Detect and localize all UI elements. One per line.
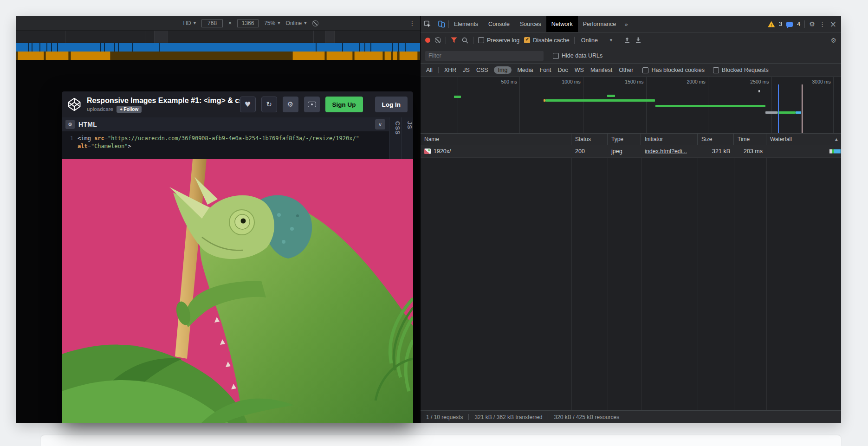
column-header-time[interactable]: Time bbox=[734, 134, 766, 145]
zoom-select[interactable]: 75% ▼ bbox=[264, 20, 280, 26]
rerun-button[interactable]: ↻ bbox=[261, 97, 277, 112]
column-header-waterfall[interactable]: Waterfall ▲ bbox=[766, 134, 841, 145]
column-divider[interactable] bbox=[766, 145, 767, 410]
toggle-device-toolbar-button[interactable] bbox=[434, 16, 448, 32]
collapse-editor-button[interactable]: ∨ bbox=[375, 119, 385, 129]
has-blocked-cookies-option[interactable]: Has blocked cookies bbox=[642, 67, 705, 73]
message-icon[interactable] bbox=[786, 22, 793, 27]
overview-request-bar bbox=[758, 90, 760, 92]
initiator-link[interactable]: index.html?edi... bbox=[645, 148, 687, 155]
tab-network[interactable]: Network bbox=[546, 16, 578, 32]
overview-graph[interactable]: 500 ms1000 ms1500 ms2000 ms2500 ms3000 m… bbox=[421, 77, 841, 134]
device-select[interactable]: HD ▼ bbox=[183, 20, 196, 26]
column-header-type[interactable]: Type bbox=[608, 134, 641, 145]
column-divider[interactable] bbox=[641, 145, 641, 410]
codepen-embed: Responsive Images Example #1: <img> & cs… bbox=[62, 91, 413, 423]
filter-chip-font[interactable]: Font bbox=[539, 66, 552, 74]
column-divider[interactable] bbox=[571, 145, 572, 410]
network-settings-gear-icon[interactable]: ⚙ bbox=[830, 37, 836, 44]
device-height-input[interactable] bbox=[237, 19, 259, 27]
device-toolbar-icon bbox=[438, 20, 445, 28]
rotate-disabled-icon[interactable] bbox=[312, 20, 318, 26]
pen-settings-button[interactable]: ⚙ bbox=[283, 97, 298, 112]
hide-data-urls-option[interactable]: Hide data URLs bbox=[553, 52, 602, 59]
preserve-log-option[interactable]: Preserve log bbox=[478, 37, 519, 44]
blocked-requests-checkbox[interactable] bbox=[713, 67, 719, 73]
code-area[interactable]: 1 <img src="https://ucarecdn.com/36f9090… bbox=[62, 131, 389, 159]
request-size-cell: 321 kB bbox=[698, 145, 734, 157]
export-har-icon[interactable] bbox=[635, 37, 641, 44]
media-query-segment bbox=[354, 52, 383, 60]
media-query-bar-orange[interactable] bbox=[16, 52, 420, 60]
network-throttling-select[interactable]: Online ▼ bbox=[579, 37, 615, 44]
pen-author[interactable]: uploadcare bbox=[87, 106, 113, 112]
column-divider[interactable] bbox=[734, 145, 734, 410]
preserve-log-checkbox[interactable] bbox=[478, 37, 484, 43]
blocked-requests-option[interactable]: Blocked Requests bbox=[713, 67, 769, 73]
import-har-icon[interactable] bbox=[624, 37, 630, 44]
tab-elements[interactable]: Elements bbox=[449, 16, 483, 32]
log-in-button[interactable]: Log In bbox=[375, 97, 408, 112]
filter-chip-ws[interactable]: WS bbox=[574, 66, 585, 74]
request-name-cell[interactable]: 1920x/ bbox=[421, 145, 571, 157]
filter-chip-media[interactable]: Media bbox=[516, 66, 534, 74]
tab-performance[interactable]: Performance bbox=[578, 16, 622, 32]
collapsed-js-tab[interactable]: JS bbox=[401, 117, 413, 159]
column-header-size[interactable]: Size bbox=[698, 134, 734, 145]
search-icon[interactable] bbox=[462, 37, 468, 44]
has-blocked-cookies-checkbox[interactable] bbox=[642, 67, 648, 73]
filter-chip-css[interactable]: CSS bbox=[475, 66, 489, 74]
filter-input[interactable] bbox=[425, 51, 544, 61]
column-header-initiator[interactable]: Initiator bbox=[641, 134, 698, 145]
love-button[interactable]: ♥ bbox=[240, 97, 256, 112]
column-header-name[interactable]: Name bbox=[421, 134, 571, 145]
media-query-bar-blue[interactable] bbox=[16, 43, 420, 52]
table-row[interactable]: 1920x/ 200 jpeg index.html?edi... 321 kB… bbox=[421, 145, 841, 158]
column-divider[interactable] bbox=[698, 145, 698, 410]
column-divider[interactable] bbox=[608, 145, 608, 410]
devtools-settings-gear-icon[interactable]: ⚙ bbox=[809, 20, 815, 28]
editor-settings-button[interactable]: ⚙ bbox=[65, 120, 75, 129]
disable-cache-checkbox[interactable] bbox=[524, 37, 530, 43]
waterfall-bar bbox=[829, 149, 841, 154]
follow-button[interactable]: + Follow bbox=[117, 106, 142, 113]
inspect-element-button[interactable] bbox=[421, 16, 434, 32]
overview-request-bar bbox=[607, 95, 615, 97]
disable-cache-option[interactable]: Disable cache bbox=[524, 37, 570, 44]
more-tabs-button[interactable]: » bbox=[621, 21, 631, 28]
browser-window: HD ▼ × 75% ▼ Online ▼ ⋮ bbox=[16, 16, 841, 423]
filter-chip-manifest[interactable]: Manifest bbox=[589, 66, 613, 74]
change-view-button[interactable] bbox=[304, 97, 320, 112]
tab-console[interactable]: Console bbox=[483, 16, 515, 32]
throttling-select[interactable]: Online ▼ bbox=[286, 20, 307, 26]
filter-chip-img[interactable]: Img bbox=[494, 66, 512, 74]
tab-sources[interactable]: Sources bbox=[515, 16, 546, 32]
warning-icon[interactable] bbox=[768, 21, 775, 27]
device-toolbar-kebab-menu-icon[interactable]: ⋮ bbox=[409, 16, 415, 30]
filter-funnel-icon[interactable] bbox=[451, 37, 457, 43]
filter-chip-other[interactable]: Other bbox=[618, 66, 634, 74]
filter-chip-doc[interactable]: Doc bbox=[557, 66, 569, 74]
code-token: > bbox=[128, 143, 131, 149]
record-icon[interactable] bbox=[425, 38, 430, 43]
hide-data-urls-checkbox[interactable] bbox=[553, 53, 559, 59]
devtools-kebab-menu-icon[interactable]: ⋮ bbox=[819, 20, 826, 28]
collapsed-css-tab[interactable]: CSS bbox=[389, 117, 401, 159]
device-width-input[interactable] bbox=[201, 19, 223, 27]
network-toolbar: Preserve log Disable cache Online ▼ ⚙ bbox=[421, 32, 841, 48]
requests-summary: 1 / 10 requests bbox=[426, 414, 463, 420]
sign-up-button[interactable]: Sign Up bbox=[325, 97, 363, 112]
request-type-cell: jpeg bbox=[608, 145, 641, 157]
column-header-status[interactable]: Status bbox=[571, 134, 608, 145]
clear-icon[interactable] bbox=[435, 37, 441, 43]
transferred-summary: 321 kB / 362 kB transferred bbox=[474, 414, 542, 420]
close-icon[interactable]: × bbox=[830, 19, 836, 29]
filter-chip-js[interactable]: JS bbox=[462, 66, 471, 74]
filter-chip-xhr[interactable]: XHR bbox=[443, 66, 457, 74]
image-thumbnail-icon bbox=[424, 149, 431, 154]
code-line-1: <img src="https://ucarecdn.com/36f90908-… bbox=[78, 135, 389, 142]
media-query-separator bbox=[342, 43, 343, 52]
filter-chip-all[interactable]: All bbox=[425, 66, 434, 74]
overview-gridline bbox=[519, 77, 520, 133]
overview-gridline bbox=[771, 77, 772, 133]
